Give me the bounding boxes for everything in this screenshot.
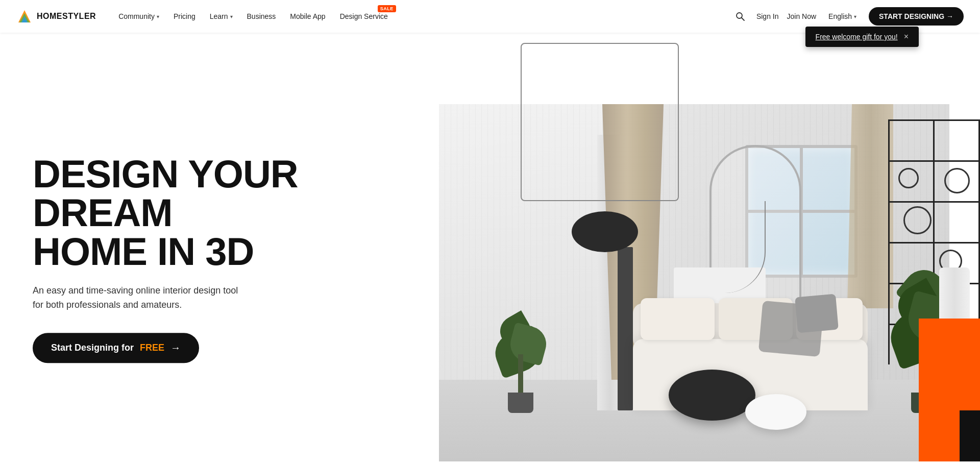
shelf-deco-3 (903, 206, 932, 234)
signin-link[interactable]: Sign In (756, 12, 779, 20)
shelf-deco-1 (898, 168, 919, 188)
plant-pot (508, 393, 533, 413)
room-scene (439, 43, 980, 461)
floor-lamp-shade (572, 211, 638, 252)
notification-close-button[interactable]: × (904, 33, 909, 41)
sale-badge: SALE (378, 5, 396, 12)
community-chevron-icon: ▾ (157, 14, 159, 19)
coffee-table-dark (669, 370, 755, 421)
nav-links: Community ▾ Pricing Learn ▾ Business Mob… (112, 8, 732, 25)
notification-banner: Free welcome gift for you! × (805, 27, 919, 47)
hero-image (245, 33, 980, 464)
joinnow-link[interactable]: Join Now (787, 12, 817, 20)
svg-point-3 (737, 13, 742, 18)
nav-mobile-app[interactable]: Mobile App (284, 8, 331, 25)
perspective-curve (674, 201, 766, 293)
language-selector[interactable]: English ▾ (824, 10, 861, 22)
nav-learn[interactable]: Learn ▾ (204, 8, 239, 25)
logo-link[interactable]: HOMESTYLER (16, 8, 96, 25)
hero-section: DESIGN YOUR DREAM HOME IN 3D An easy and… (0, 33, 980, 464)
hero-cta-button[interactable]: Start Designing for FREE → (33, 333, 199, 363)
nav-design-service[interactable]: Design Service SALE (334, 8, 394, 25)
svg-line-4 (742, 18, 744, 20)
hero-cta-arrow: → (170, 342, 181, 354)
logo-text: HOMESTYLER (37, 12, 96, 21)
notification-text[interactable]: Free welcome gift for you! (816, 33, 898, 41)
coffee-table-light (745, 394, 806, 430)
hero-subtitle: An easy and time-saving online interior … (33, 283, 247, 313)
search-icon (735, 11, 745, 21)
hero-title: DESIGN YOUR DREAM HOME IN 3D (33, 155, 298, 271)
shelf-deco-2 (944, 168, 970, 193)
perspective-outline (521, 43, 679, 201)
hero-cta-pre: Start Designing for (51, 343, 134, 353)
nav-pricing[interactable]: Pricing (167, 8, 202, 25)
start-designing-button[interactable]: START DESIGNING → (869, 7, 964, 26)
plant-stem (518, 354, 523, 395)
throw-pillow (795, 294, 839, 333)
plant-left (490, 301, 551, 413)
nav-community[interactable]: Community ▾ (112, 8, 165, 25)
curtain-right (847, 104, 893, 308)
hero-content: DESIGN YOUR DREAM HOME IN 3D An easy and… (33, 155, 298, 363)
language-chevron-icon: ▾ (854, 14, 856, 19)
hero-cta-free: FREE (140, 343, 164, 353)
floor-lamp-pole (618, 247, 633, 410)
logo-icon (16, 8, 33, 25)
nav-business[interactable]: Business (241, 8, 282, 25)
navbar-right: Sign In Join Now English ▾ START DESIGNI… (732, 7, 964, 26)
dark-corner (960, 410, 980, 461)
learn-chevron-icon: ▾ (230, 14, 233, 19)
sofa-cushion-1 (641, 298, 715, 340)
search-button[interactable] (732, 8, 748, 25)
